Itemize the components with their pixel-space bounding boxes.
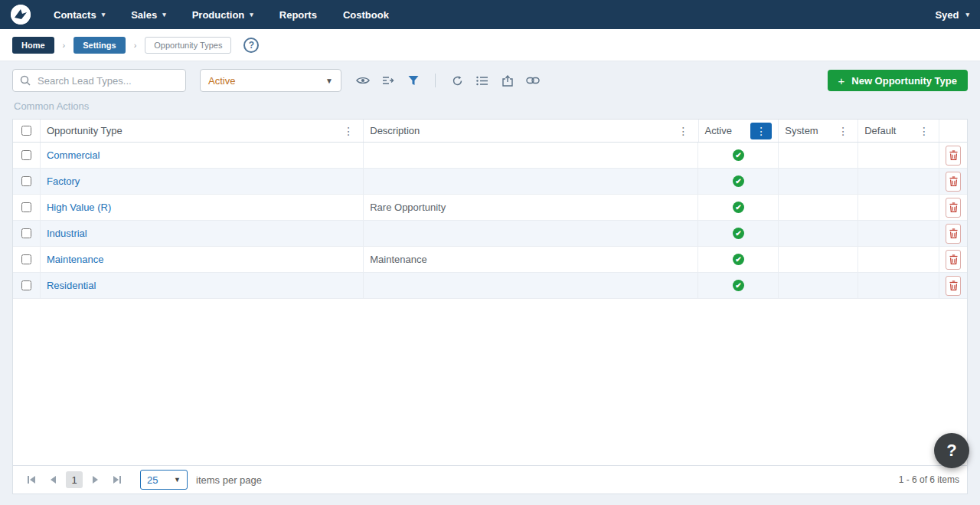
nav-item-production[interactable]: Production ▾	[192, 9, 253, 21]
floating-help-button[interactable]: ?	[934, 433, 969, 468]
column-menu-icon-active[interactable]: ⋮	[750, 123, 772, 139]
page-1-button[interactable]: 1	[66, 471, 83, 488]
nav-item-sales[interactable]: Sales ▾	[131, 9, 166, 21]
delete-row-button[interactable]	[946, 198, 961, 218]
previous-page-button[interactable]	[44, 471, 61, 488]
pager: 1 25 ▼ items per page 1 - 6 of 6 items	[13, 465, 967, 494]
last-page-button[interactable]	[109, 471, 126, 488]
search-input[interactable]	[36, 74, 178, 87]
active-check-icon: ✔	[733, 228, 744, 239]
row-name-cell: Maintenance	[41, 247, 364, 272]
table-row: Factory ✔	[13, 169, 967, 195]
chevron-down-icon: ▾	[250, 11, 253, 18]
header-checkbox-cell	[13, 120, 41, 142]
row-description-cell	[364, 143, 698, 168]
header-description: Description ⋮	[364, 120, 698, 142]
table-row: Industrial ✔	[13, 221, 967, 247]
row-description-cell	[364, 169, 698, 194]
link-icon[interactable]	[525, 73, 541, 88]
trash-icon	[949, 176, 958, 186]
page-size-select[interactable]: 25 ▼	[140, 470, 188, 490]
column-menu-icon[interactable]: ⋮	[835, 124, 851, 138]
row-active-cell: ✔	[698, 169, 779, 194]
header-actions-cell	[939, 120, 967, 142]
visibility-icon[interactable]	[355, 73, 371, 88]
status-filter-value: Active	[208, 75, 235, 87]
delete-row-button[interactable]	[946, 224, 961, 244]
table-row: Maintenance Maintenance ✔	[13, 247, 967, 273]
row-system-cell	[779, 143, 858, 168]
common-actions-link[interactable]: Common Actions	[14, 100, 89, 112]
row-checkbox-cell	[13, 221, 41, 246]
row-name-cell: Commercial	[41, 143, 364, 168]
nav-item-reports[interactable]: Reports	[279, 9, 317, 21]
table-body: Commercial ✔	[13, 143, 967, 299]
main-menu: Contacts ▾ Sales ▾ Production ▾ Reports …	[54, 9, 389, 21]
chevron-down-icon: ▾	[162, 11, 166, 18]
help-icon[interactable]: ?	[243, 38, 259, 53]
status-filter-select[interactable]: Active ▼	[200, 69, 341, 92]
delete-row-button[interactable]	[946, 146, 961, 166]
row-name-link[interactable]: Factory	[47, 175, 80, 187]
row-checkbox[interactable]	[21, 202, 31, 212]
column-menu-icon[interactable]: ⋮	[675, 124, 692, 138]
row-name-link[interactable]: Residential	[47, 280, 96, 291]
chevron-down-icon: ▾	[965, 11, 969, 18]
row-name-link[interactable]: Commercial	[47, 149, 100, 161]
select-all-checkbox[interactable]	[21, 126, 31, 136]
breadcrumb-opportunity-types[interactable]: Opportunity Types	[145, 37, 231, 54]
row-active-cell: ✔	[698, 143, 779, 168]
column-menu-icon[interactable]: ⋮	[916, 124, 933, 138]
opportunity-types-grid: Opportunity Type ⋮ Description ⋮ Active …	[12, 119, 968, 494]
breadcrumb-settings[interactable]: Settings	[74, 37, 125, 54]
nav-item-costbook[interactable]: Costbook	[343, 9, 389, 21]
row-checkbox[interactable]	[21, 254, 31, 264]
filter-icon[interactable]	[406, 73, 421, 88]
row-checkbox-cell	[13, 143, 41, 168]
main-content: Active ▼	[0, 61, 980, 505]
new-opportunity-type-button[interactable]: + New Opportunity Type	[828, 70, 968, 91]
next-page-button[interactable]	[87, 471, 104, 488]
row-checkbox[interactable]	[21, 176, 31, 186]
row-checkbox[interactable]	[21, 150, 31, 160]
new-button-label: New Opportunity Type	[851, 75, 957, 87]
table-row: Commercial ✔	[13, 143, 967, 169]
row-checkbox[interactable]	[21, 228, 31, 238]
list-icon[interactable]	[475, 73, 490, 88]
delete-row-button[interactable]	[946, 172, 961, 192]
row-default-cell	[858, 221, 939, 246]
breadcrumb-home[interactable]: Home	[12, 37, 54, 54]
chevron-down-icon: ▼	[325, 77, 333, 85]
trash-icon	[949, 228, 958, 238]
export-icon[interactable]	[500, 73, 515, 88]
trash-icon	[949, 254, 958, 264]
row-name-link[interactable]: Maintenance	[47, 254, 103, 265]
delete-row-button[interactable]	[946, 250, 961, 270]
search-icon	[20, 75, 31, 86]
row-system-cell	[779, 195, 858, 220]
row-description: Rare Opportunity	[370, 202, 446, 213]
toolbar-divider	[435, 74, 436, 87]
delete-row-button[interactable]	[946, 276, 961, 296]
row-name-cell: Residential	[41, 273, 364, 298]
refresh-icon[interactable]	[449, 73, 465, 88]
row-default-cell	[858, 169, 939, 194]
row-name-link[interactable]: High Value (R)	[47, 202, 111, 213]
row-system-cell	[779, 273, 858, 298]
row-checkbox[interactable]	[21, 280, 31, 290]
columns-icon[interactable]	[381, 73, 396, 88]
user-name: Syed	[935, 9, 959, 21]
column-menu-icon[interactable]: ⋮	[340, 124, 357, 138]
active-check-icon: ✔	[733, 280, 744, 291]
nav-label: Reports	[279, 9, 317, 21]
table-row: Residential ✔	[13, 273, 967, 299]
row-name-cell: High Value (R)	[41, 195, 364, 220]
app-logo[interactable]	[11, 5, 31, 25]
column-label: Default	[864, 125, 896, 136]
first-page-button[interactable]	[23, 471, 40, 488]
row-actions-cell	[939, 143, 967, 168]
nav-item-contacts[interactable]: Contacts ▾	[54, 9, 105, 21]
user-menu[interactable]: Syed ▾	[935, 9, 969, 21]
row-name-link[interactable]: Industrial	[47, 228, 87, 239]
breadcrumb: Home › Settings › Opportunity Types ?	[0, 29, 980, 61]
